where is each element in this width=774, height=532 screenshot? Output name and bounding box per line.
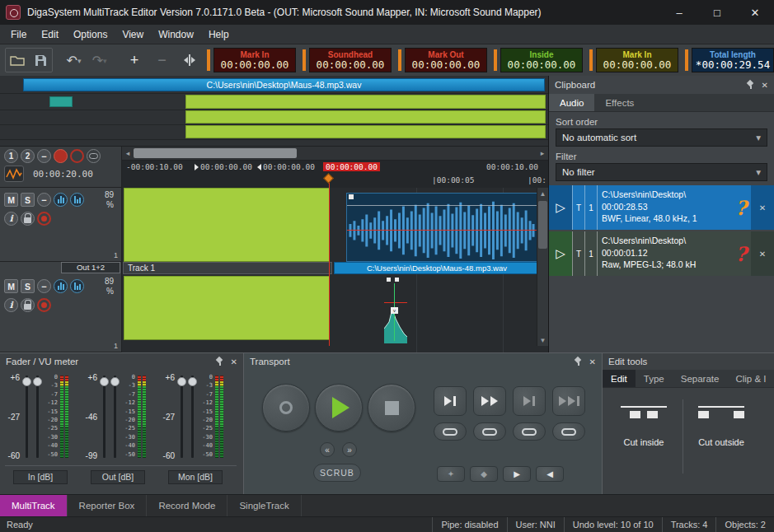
fader-slider[interactable] — [110, 373, 120, 460]
overview-small-clip[interactable] — [49, 96, 73, 107]
playhead-handle[interactable] — [323, 173, 334, 184]
maximize-button[interactable]: □ — [698, 0, 736, 25]
play-from-mark-button[interactable] — [473, 386, 506, 416]
track1-audio-clip[interactable] — [124, 188, 330, 262]
scrollbar-thumb[interactable] — [134, 148, 297, 158]
track2-info-button[interactable] — [4, 298, 18, 312]
open-folder-button[interactable] — [6, 49, 29, 72]
menu-help[interactable]: Help — [201, 25, 237, 44]
tab-reporter-box[interactable]: Reporter Box — [68, 495, 148, 516]
play-button[interactable] — [315, 384, 363, 432]
drag-handle[interactable] — [207, 49, 210, 71]
play-selection-button[interactable] — [513, 386, 546, 416]
fade-marker[interactable]: v — [391, 307, 398, 314]
tab-separate[interactable]: Separate — [673, 370, 728, 387]
tab-clip-in[interactable]: Clip & I — [727, 370, 774, 387]
menu-options[interactable]: Options — [66, 25, 115, 44]
track2-audio-clip[interactable] — [124, 276, 330, 340]
track1-pan-button[interactable] — [70, 193, 84, 207]
cut-inside-button[interactable]: Cut inside — [607, 404, 680, 447]
clip-handle[interactable] — [395, 278, 399, 282]
volume-line[interactable] — [384, 302, 407, 303]
track1-eq-button[interactable] — [54, 193, 68, 207]
track2-eq-button[interactable] — [54, 279, 68, 293]
timeline-ruler[interactable]: -00:00:10.00 00:00:00.00 00:00:00.00 00:… — [122, 161, 548, 188]
close-icon[interactable] — [231, 357, 237, 366]
overview-file-bar[interactable]: C:\Users\nin\Desktop\Maus-48.mp3.wav — [23, 78, 545, 91]
loop-button-4[interactable] — [552, 422, 585, 441]
play-clip-button[interactable] — [549, 185, 572, 230]
tab-singletrack[interactable]: SingleTrack — [228, 495, 301, 516]
track1-mute-button[interactable]: M — [4, 193, 18, 207]
track2-collapse-button[interactable] — [37, 279, 51, 293]
playhead-line[interactable] — [329, 183, 330, 346]
pin-icon[interactable] — [215, 357, 224, 366]
goto-marker-button[interactable] — [179, 49, 200, 72]
track1-collapse-button[interactable] — [37, 193, 51, 207]
scroll-left-button[interactable] — [122, 147, 134, 160]
pin-icon[interactable] — [746, 80, 755, 90]
play-clip-button[interactable] — [549, 231, 572, 276]
clip-handle[interactable] — [387, 278, 391, 282]
tab-effects[interactable]: Effects — [594, 94, 645, 111]
marker-diamond-button[interactable] — [470, 466, 498, 482]
filter-select[interactable]: No filter — [556, 163, 767, 181]
drag-handle[interactable] — [494, 49, 497, 71]
play-to-mark-button[interactable] — [434, 386, 467, 416]
drag-handle[interactable] — [685, 49, 688, 71]
envelope-line[interactable] — [347, 205, 537, 206]
zoom-out-button[interactable] — [152, 49, 173, 72]
overview-clip-2[interactable] — [185, 110, 546, 124]
fader-slider[interactable] — [99, 373, 110, 460]
pin-icon[interactable] — [574, 357, 583, 366]
volume-line[interactable] — [347, 230, 537, 231]
track2-pan-button[interactable] — [70, 279, 84, 293]
loop-button[interactable] — [87, 149, 101, 163]
fader-knob[interactable] — [100, 377, 109, 386]
record-marker-button[interactable] — [54, 149, 68, 163]
redo-button[interactable] — [87, 49, 112, 72]
track1-lock-button[interactable] — [21, 212, 35, 226]
remove-clip-button[interactable] — [751, 231, 774, 276]
track1-output-selector[interactable]: Out 1+2 — [61, 262, 120, 273]
play-around-button[interactable] — [552, 386, 585, 416]
track2-solo-button[interactable]: S — [21, 279, 35, 293]
menu-view[interactable]: View — [115, 25, 151, 44]
minimize-button[interactable]: – — [660, 0, 698, 25]
step-forward-button[interactable] — [503, 466, 531, 482]
track2-small-clip[interactable]: v — [384, 278, 407, 347]
tab-multitrack[interactable]: MultiTrack — [0, 495, 68, 516]
fader-knob[interactable] — [188, 377, 197, 386]
clipboard-item[interactable]: T 1 C:\Users\nin\Desktop\ 00:00:28.53 BW… — [549, 185, 774, 230]
sort-order-select[interactable]: No automatic sort — [556, 128, 767, 147]
track2-record-arm-button[interactable] — [37, 298, 51, 312]
tracks-vertical-scrollbar[interactable] — [537, 188, 548, 346]
tab-audio[interactable]: Audio — [549, 94, 594, 111]
fader-knob[interactable] — [110, 377, 120, 386]
scrollbar-thumb[interactable] — [538, 201, 547, 249]
cut-outside-button[interactable]: Cut outside — [685, 404, 758, 447]
fader-knob[interactable] — [33, 377, 42, 386]
track1-record-arm-button[interactable] — [37, 212, 51, 226]
menu-window[interactable]: Window — [151, 25, 201, 44]
fader-knob[interactable] — [177, 377, 186, 386]
scrub-button[interactable]: SCRUB — [313, 464, 361, 482]
track-group-1-button[interactable]: 1 — [4, 149, 18, 163]
step-back-button[interactable] — [536, 466, 564, 482]
drag-handle[interactable] — [589, 49, 593, 71]
overview-clip-1[interactable] — [185, 95, 546, 109]
menu-file[interactable]: File — [3, 25, 34, 44]
tab-record-mode[interactable]: Record Mode — [147, 495, 228, 516]
fader-slider[interactable] — [32, 373, 43, 460]
track2-mute-button[interactable]: M — [4, 279, 18, 293]
waveform-view-button[interactable] — [4, 166, 24, 182]
remove-marker-button[interactable] — [37, 149, 51, 163]
track-group-2-button[interactable]: 2 — [21, 149, 35, 163]
auto-fade-button[interactable] — [437, 466, 465, 482]
close-button[interactable]: ✕ — [736, 0, 774, 25]
track1-clip-name[interactable]: C:\Users\nin\Desktop\Maus-48.mp3.wav — [334, 262, 540, 274]
fader-knob[interactable] — [22, 377, 31, 386]
nudge-back-button[interactable] — [320, 442, 335, 457]
overview-clip-3[interactable] — [185, 125, 546, 138]
fader-slider[interactable] — [176, 373, 187, 460]
